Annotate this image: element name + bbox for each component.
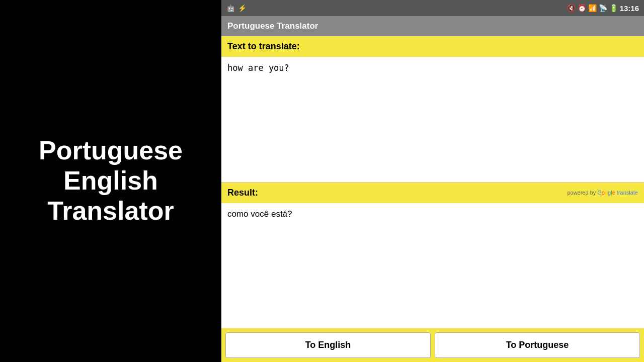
result-label-text: Result:	[227, 188, 258, 198]
status-right-icons: 🔇 ⏰ 📶 📡 🔋 13:16	[567, 4, 639, 13]
app-title: Portuguese English Translator	[39, 136, 183, 226]
translate-text: translate	[617, 190, 638, 196]
mute-icon: 🔇	[567, 4, 576, 12]
result-section: Result: powered by Google translate como…	[221, 183, 644, 328]
title-line-1: Portuguese	[39, 136, 183, 165]
wifi-icon: 📶	[588, 4, 597, 12]
app-header-title: Portuguese Translator	[227, 21, 318, 31]
phone-screen: 🤖 ⚡ 🔇 ⏰ 📶 📡 🔋 13:16 Portuguese Translato…	[221, 0, 644, 362]
powered-by-text: powered by	[567, 190, 596, 196]
to-portuguese-button[interactable]: To Portuguese	[435, 332, 640, 358]
app-header: Portuguese Translator	[221, 16, 644, 36]
android-icon: 🤖	[226, 4, 235, 12]
left-panel: Portuguese English Translator	[0, 0, 221, 362]
app-body: Text to translate: how are you? Result: …	[221, 36, 644, 362]
input-section: Text to translate: how are you?	[221, 36, 644, 182]
status-time: 13:16	[620, 4, 639, 13]
usb-icon: ⚡	[238, 4, 247, 12]
battery-icon: 🔋	[609, 4, 618, 12]
input-label-text: Text to translate:	[227, 41, 300, 52]
input-label: Text to translate:	[221, 36, 644, 57]
input-textarea[interactable]: how are you?	[221, 57, 644, 182]
alarm-icon: ⏰	[578, 4, 586, 12]
to-english-button[interactable]: To English	[225, 332, 431, 358]
powered-by: powered by Google translate	[567, 190, 638, 196]
result-label: Result: powered by Google translate	[221, 183, 644, 203]
result-display: como você está?	[221, 203, 644, 328]
google-logo: Google	[597, 190, 615, 196]
title-line-3: Translator	[47, 196, 174, 225]
result-value: como você está?	[227, 209, 292, 219]
title-line-2: English	[63, 166, 158, 195]
signal-icon: 📡	[599, 4, 607, 12]
status-bar: 🤖 ⚡ 🔇 ⏰ 📶 📡 🔋 13:16	[221, 0, 644, 16]
button-bar: To English To Portuguese	[221, 328, 644, 362]
